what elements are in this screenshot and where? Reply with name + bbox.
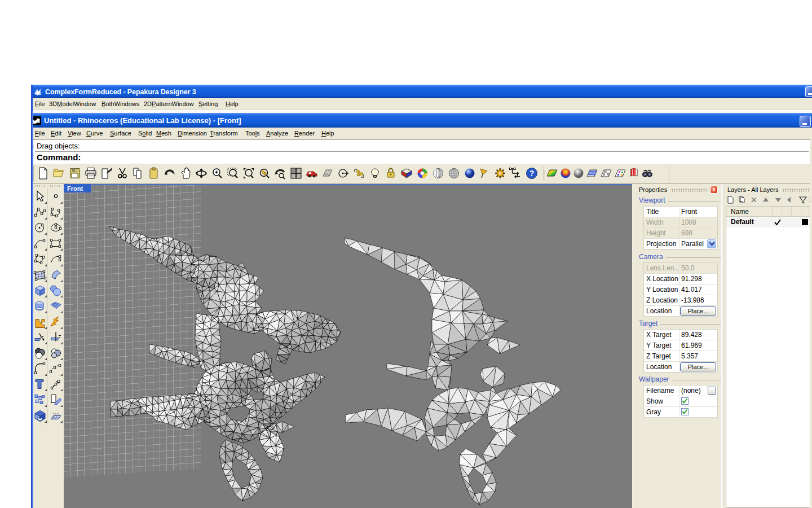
svg-text:Front: Front	[67, 185, 83, 192]
svg-text:?: ?	[529, 169, 535, 178]
